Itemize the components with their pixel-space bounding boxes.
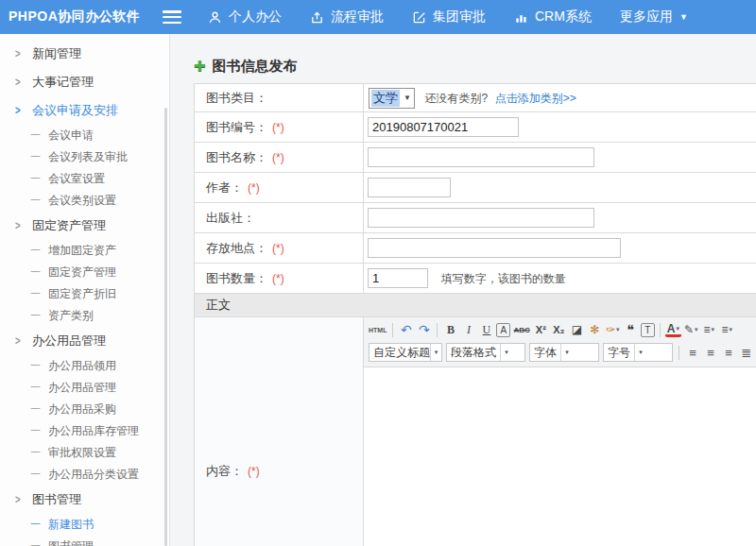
sidebar-group-office-supplies[interactable]: >办公用品管理 — [0, 327, 169, 355]
caret-down-icon: ▾ — [616, 326, 620, 333]
italic-button[interactable]: I — [460, 321, 476, 338]
font-family-select[interactable]: 字体▾ — [529, 343, 599, 362]
undo-button[interactable]: ↶ — [398, 321, 414, 338]
sidebar-group-meeting[interactable]: >会议申请及安排 — [0, 96, 169, 125]
required-marker: (*) — [248, 181, 260, 195]
paste-as-text-button[interactable]: T — [641, 323, 655, 337]
dash-icon: 一 — [30, 287, 41, 301]
quantity-row: 图书数量：(*) 填写数字，该图书的数量 — [195, 264, 756, 294]
sidebar-item-new-book[interactable]: 一新建图书 — [0, 514, 169, 536]
required-marker: (*) — [248, 465, 260, 478]
sidebar-group-books[interactable]: >图书管理 — [0, 486, 169, 514]
add-category-link[interactable]: 点击添加类别>> — [495, 92, 576, 105]
field-label: 图书名称： — [206, 150, 267, 164]
font-color-button[interactable]: A▾ — [665, 323, 681, 337]
sidebar-item-supplies-purchase[interactable]: 一办公用品采购 — [0, 399, 169, 420]
sidebar-item-label: 新闻管理 — [32, 45, 81, 62]
highlight-pen-button[interactable]: ✎▾ — [683, 321, 699, 338]
align-right-button[interactable]: ≡ — [720, 344, 736, 361]
sidebar-item-meeting-room-settings[interactable]: 一会议室设置 — [0, 168, 169, 190]
sidebar: >新闻管理 >大事记管理 >会议申请及安排 一会议申请 一会议列表及审批 一会议… — [0, 34, 170, 546]
subscript-button[interactable]: X₂ — [551, 321, 567, 338]
eraser-button[interactable]: ◪ — [569, 321, 585, 338]
sidebar-group-memorabilia[interactable]: >大事记管理 — [0, 68, 169, 96]
menu-icon[interactable] — [163, 10, 181, 24]
sidebar-group-news[interactable]: >新闻管理 — [0, 40, 169, 68]
nav-more-apps[interactable]: 更多应用 ▼ — [620, 9, 688, 26]
sidebar-item-supplies-requisition[interactable]: 一办公用品领用 — [0, 355, 169, 377]
book-form: 图书类目： 文学 ▼ 还没有类别? 点击添加类别>> 图书编号：(*) — [194, 83, 756, 546]
sidebar-item-meeting-apply[interactable]: 一会议申请 — [0, 125, 169, 146]
custom-title-select[interactable]: 自定义标题▾ — [369, 343, 442, 362]
sidebar-item-meeting-list-approval[interactable]: 一会议列表及审批 — [0, 146, 169, 168]
field-label: 内容： — [206, 464, 243, 478]
book-name-input[interactable] — [368, 147, 594, 167]
sidebar-item-label: 固定资产折旧 — [48, 286, 116, 302]
caret-down-icon: ▾ — [712, 326, 715, 333]
dash-icon: 一 — [30, 446, 41, 460]
sidebar-item-label: 会议室设置 — [48, 171, 105, 187]
chevron-right-icon: > — [15, 76, 23, 89]
book-name-row: 图书名称：(*) — [195, 143, 756, 173]
clear-format-button[interactable]: ✻ — [587, 321, 603, 338]
toolbar-separator — [437, 323, 438, 337]
book-category-select[interactable]: 文学 ▼ — [369, 88, 415, 109]
sidebar-item-approval-permission-settings[interactable]: 一审批权限设置 — [0, 442, 169, 464]
align-left-button[interactable]: ≡ — [684, 344, 700, 361]
field-label: 存放地点： — [206, 241, 267, 255]
strikethrough-button[interactable]: ABC — [512, 321, 530, 338]
format-brush-button[interactable]: ✑▾ — [605, 321, 621, 338]
ordered-list-button[interactable]: ≡▾ — [701, 321, 717, 338]
sidebar-item-label: 办公用品领用 — [48, 358, 116, 374]
font-color-icon: A — [667, 322, 676, 335]
superscript-button[interactable]: X² — [533, 321, 549, 338]
quantity-input[interactable] — [368, 268, 428, 288]
sidebar-item-supplies-inventory[interactable]: 一办公用品库存管理 — [0, 420, 169, 442]
redo-button[interactable]: ↷ — [416, 321, 432, 338]
sidebar-item-fixed-asset-depreciation[interactable]: 一固定资产折旧 — [0, 283, 169, 305]
no-category-hint: 还没有类别? — [425, 92, 489, 105]
sidebar-group-fixed-assets[interactable]: >固定资产管理 — [0, 212, 169, 240]
align-justify-button[interactable]: ≣ — [738, 344, 754, 361]
sidebar-scrollbar[interactable] — [164, 108, 167, 546]
blockquote-button[interactable]: ❝ — [623, 321, 639, 338]
bold-button[interactable]: B — [442, 321, 458, 338]
quantity-help-text: 填写数字，该图书的数量 — [441, 272, 566, 285]
sidebar-item-label: 办公用品采购 — [48, 401, 116, 418]
required-marker: (*) — [272, 121, 284, 134]
font-size-select[interactable]: 字号▾ — [603, 343, 673, 362]
dash-icon: 一 — [30, 265, 41, 280]
nav-crm-system[interactable]: CRM系统 — [514, 9, 592, 26]
sidebar-item-supplies-management[interactable]: 一办公用品管理 — [0, 377, 169, 399]
paragraph-format-select[interactable]: 段落格式▾ — [446, 343, 525, 362]
sidebar-item-asset-category[interactable]: 一资产类别 — [0, 305, 169, 327]
dash-icon: 一 — [30, 468, 41, 482]
sidebar-item-book-management[interactable]: 一图书管理 — [0, 536, 169, 546]
toolbar-separator — [679, 346, 679, 360]
sidebar-item-supplies-category-settings[interactable]: 一办公用品分类设置 — [0, 464, 169, 486]
book-category-row: 图书类目： 文学 ▼ 还没有类别? 点击添加类别>> — [195, 84, 756, 112]
nav-group-approval[interactable]: 集团审批 — [412, 9, 486, 26]
location-input[interactable] — [368, 238, 621, 258]
sidebar-item-label: 大事记管理 — [32, 74, 94, 91]
caret-down-icon: ▾ — [676, 325, 679, 333]
font-border-button[interactable]: A — [496, 323, 510, 337]
author-input[interactable] — [368, 178, 451, 197]
html-source-button[interactable]: HTML — [368, 321, 387, 338]
align-center-button[interactable]: ≡ — [702, 344, 718, 361]
nav-workflow-approval[interactable]: 流程审批 — [310, 9, 384, 26]
underline-button[interactable]: U — [478, 321, 494, 338]
top-nav: 个人办公 流程审批 集团审批 CRM系统 更多应用 ▼ — [208, 9, 716, 26]
caret-down-icon: ▾ — [560, 344, 573, 361]
book-code-input[interactable] — [368, 117, 519, 137]
nav-personal-office[interactable]: 个人办公 — [208, 9, 282, 26]
sidebar-item-label: 固定资产管理 — [48, 264, 116, 281]
dash-icon: 一 — [30, 539, 41, 546]
unordered-list-button[interactable]: ≡▾ — [719, 321, 735, 338]
sidebar-item-fixed-asset-management[interactable]: 一固定资产管理 — [0, 262, 169, 283]
editor-content-area[interactable] — [364, 367, 756, 546]
publisher-input[interactable] — [368, 208, 594, 228]
required-marker: (*) — [272, 272, 284, 285]
sidebar-item-meeting-category-settings[interactable]: 一会议类别设置 — [0, 190, 169, 212]
sidebar-item-add-fixed-asset[interactable]: 一增加固定资产 — [0, 240, 169, 262]
